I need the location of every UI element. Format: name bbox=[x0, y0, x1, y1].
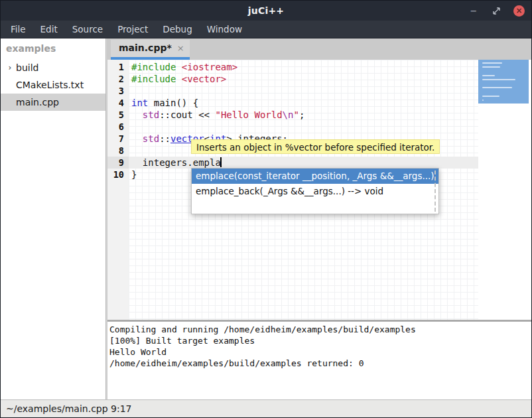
code-token: " bbox=[293, 109, 299, 120]
close-icon: × bbox=[515, 7, 522, 15]
output-line: Compiling and running /home/eidheim/exam… bbox=[109, 324, 531, 335]
code-line[interactable]: #include <iostream> bbox=[129, 61, 478, 73]
code-token: std bbox=[143, 133, 159, 144]
autocomplete-item[interactable]: emplace_back(_Args &&__args...) --> void bbox=[192, 184, 438, 199]
tab-main-cpp[interactable]: main.cpp*× bbox=[111, 40, 190, 60]
line-number: 7 bbox=[107, 133, 129, 145]
line-number: 1 bbox=[107, 61, 129, 73]
minimap-code-line bbox=[482, 66, 500, 68]
window-controls: − × bbox=[468, 1, 525, 21]
code-line[interactable] bbox=[129, 85, 478, 97]
code-line[interactable] bbox=[129, 121, 478, 133]
minimap-viewport-overlay[interactable] bbox=[478, 60, 529, 104]
code-token bbox=[131, 109, 143, 120]
code-line[interactable]: std::cout << "Hello World\n"; bbox=[129, 109, 478, 121]
chevron-right-icon[interactable]: › bbox=[5, 63, 15, 72]
code-token: integers.empla bbox=[131, 157, 221, 168]
menu-item-edit[interactable]: Edit bbox=[33, 21, 65, 38]
file-tree: ›buildCMakeLists.txtmain.cpp bbox=[1, 59, 105, 111]
code-line[interactable]: int main() { bbox=[129, 97, 478, 109]
main-area: examples ›buildCMakeLists.txtmain.cpp ma… bbox=[1, 38, 531, 399]
tab-label: main.cpp* bbox=[119, 42, 172, 54]
line-number: 10 bbox=[107, 169, 129, 180]
autocomplete-popup: emplace(const_iterator __position, _Args… bbox=[191, 168, 439, 214]
code-token: #include bbox=[131, 62, 182, 72]
app-window: juCi++ − × FileEditSourceProjectDebugWin… bbox=[0, 0, 532, 418]
sidebar-item-build[interactable]: ›build bbox=[1, 59, 105, 76]
code-token bbox=[131, 133, 143, 144]
code-line[interactable]: #include <vector> bbox=[129, 73, 478, 85]
project-name-header: examples bbox=[1, 38, 105, 59]
menu-item-window[interactable]: Window bbox=[200, 21, 249, 38]
status-bar: ~/examples/main.cpp 9:17 bbox=[1, 399, 531, 417]
documentation-tooltip: Inserts an object in %vector before spec… bbox=[191, 139, 440, 154]
close-button[interactable]: × bbox=[513, 5, 525, 17]
line-number: 9 bbox=[107, 157, 129, 169]
line-number: 2 bbox=[107, 73, 129, 85]
menu-item-project[interactable]: Project bbox=[110, 21, 155, 38]
line-number: 5 bbox=[107, 109, 129, 121]
popup-scrollbar[interactable] bbox=[434, 171, 436, 212]
code-token: ; bbox=[299, 109, 304, 120]
line-number: 4 bbox=[107, 97, 129, 109]
minimap[interactable] bbox=[478, 60, 531, 320]
code-token: <vector> bbox=[182, 74, 226, 84]
code-line[interactable]: integers.empla bbox=[129, 157, 478, 169]
file-tree-label: build bbox=[16, 62, 38, 73]
line-number: 3 bbox=[107, 85, 129, 97]
menu-item-file[interactable]: File bbox=[3, 21, 33, 38]
autocomplete-item[interactable]: emplace(const_iterator __position, _Args… bbox=[192, 169, 438, 184]
minimap-code-line bbox=[482, 96, 499, 97]
code-token: main() { bbox=[148, 98, 198, 108]
code-token: std bbox=[143, 109, 159, 120]
sidebar-item-main-cpp[interactable]: main.cpp bbox=[1, 94, 105, 111]
code-token: \n bbox=[283, 109, 294, 120]
file-tree-sidebar: examples ›buildCMakeLists.txtmain.cpp bbox=[1, 38, 105, 399]
minimap-code-line bbox=[482, 75, 495, 76]
line-number-gutter: 12345678910 bbox=[107, 60, 129, 320]
maximize-button[interactable] bbox=[491, 5, 501, 16]
code-editor[interactable]: 12345678910 #include <iostream>#include … bbox=[107, 60, 531, 320]
code-token: } bbox=[131, 169, 137, 180]
output-line: Hello World bbox=[109, 346, 531, 358]
file-tree-label: main.cpp bbox=[16, 97, 59, 107]
maximize-icon bbox=[493, 7, 500, 15]
status-file-position: ~/examples/main.cpp 9:17 bbox=[6, 403, 132, 414]
file-tree-label: CMakeLists.txt bbox=[16, 80, 84, 90]
output-line: [100%] Built target examples bbox=[109, 335, 531, 346]
line-number: 8 bbox=[107, 145, 129, 157]
sidebar-item-cmakelists-txt[interactable]: CMakeLists.txt bbox=[1, 76, 105, 94]
line-number: 6 bbox=[107, 121, 129, 133]
code-token: int bbox=[131, 98, 148, 108]
window-title: juCi++ bbox=[248, 5, 285, 16]
code-token: #include bbox=[131, 74, 182, 84]
minimap-code-line bbox=[482, 79, 515, 80]
text-cursor bbox=[220, 157, 222, 167]
title-bar: juCi++ − × bbox=[1, 1, 531, 21]
editor-column: main.cpp*× 12345678910 #include <iostrea… bbox=[107, 38, 531, 399]
menu-bar: FileEditSourceProjectDebugWindow bbox=[1, 21, 531, 38]
minimap-code-line bbox=[482, 100, 484, 101]
code-token: :: bbox=[159, 133, 170, 144]
tab-bar: main.cpp*× bbox=[107, 38, 531, 60]
code-token: "Hello World bbox=[215, 109, 282, 120]
output-line: /home/eidheim/examples/build/examples re… bbox=[109, 358, 531, 369]
minimap-code-line bbox=[482, 87, 512, 88]
close-icon[interactable]: × bbox=[177, 43, 184, 54]
menu-item-source[interactable]: Source bbox=[65, 21, 110, 38]
minimize-button[interactable]: − bbox=[468, 5, 479, 16]
minimap-code-line bbox=[482, 62, 502, 64]
menu-item-debug[interactable]: Debug bbox=[155, 21, 199, 38]
code-token: <iostream> bbox=[182, 62, 237, 72]
build-output-panel: Compiling and running /home/eidheim/exam… bbox=[107, 322, 531, 399]
code-token: ::cout << bbox=[159, 109, 215, 120]
